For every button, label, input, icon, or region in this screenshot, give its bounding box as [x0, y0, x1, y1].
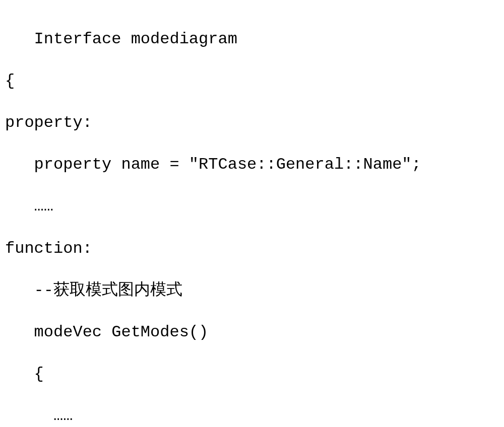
code-block: Interface modediagram { property: proper… — [0, 0, 504, 427]
code-line-4: property name = "RTCase::General::Name"; — [5, 154, 504, 175]
code-line-5: …… — [5, 196, 504, 217]
code-line-10: …… — [5, 405, 504, 426]
code-line-8: modeVec GetModes() — [5, 322, 504, 343]
code-line-7: --获取模式图内模式 — [5, 280, 504, 301]
code-line-9: { — [5, 364, 504, 385]
code-line-1: Interface modediagram — [5, 29, 504, 50]
code-line-6: function: — [5, 238, 504, 259]
code-line-2: { — [5, 70, 504, 92]
code-line-3: property: — [5, 112, 504, 133]
